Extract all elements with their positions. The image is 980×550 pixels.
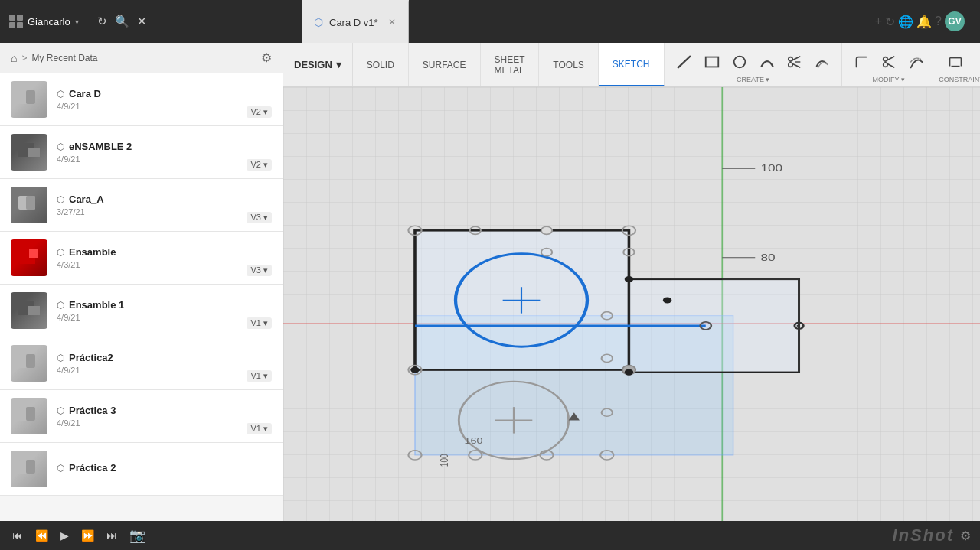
dimension-tool-btn[interactable] [942,47,969,77]
sidebar-item[interactable]: ⬡ Ensamble 4/3/21 V3 ▾ [0,232,283,285]
sidebar-item-version[interactable]: V3 ▾ [247,265,272,276]
line-tool-btn[interactable] [671,47,697,77]
sidebar-item[interactable]: ⬡ Práctica2 4/9/21 V1 ▾ [0,337,283,390]
bottom-settings-icon[interactable]: ⚙ [960,529,971,543]
constraints-group: CONSTRAINTS ▾ [936,43,981,86]
sketch-drawing: 100 80 [283,87,980,521]
svg-text:80: 80 [760,252,775,262]
tab-solid[interactable]: SOLID [353,43,409,86]
globe-icon[interactable]: 🌐 [898,15,913,29]
svg-text:100: 100 [438,454,450,467]
sidebar-item[interactable]: ⬡ eNSAMBLE 2 4/9/21 V2 ▾ [0,126,283,179]
toolbar: DESIGN ▾ SOLID SURFACE SHEET METAL TOOLS… [283,43,980,87]
sidebar-item[interactable]: ⬡ Cara_A 3/27/21 V3 ▾ [0,179,283,232]
sidebar-item-info: ⬡ Cara D 4/9/21 [57,88,272,111]
chevron-down-icon: ▾ [75,18,79,26]
svg-line-21 [792,63,800,67]
extend-tool-btn[interactable] [903,47,929,77]
sidebar-item-version[interactable]: V2 ▾ [247,106,272,118]
step-forward-btn[interactable]: ⏩ [78,528,97,543]
svg-point-18 [788,57,792,61]
tab-surface[interactable]: SURFACE [409,43,481,86]
constraints-label: CONSTRAINTS ▾ [936,76,981,83]
add-tab-icon[interactable]: + [875,15,882,28]
design-label: DESIGN [294,59,332,70]
help-icon[interactable]: ? [935,15,942,28]
sidebar-item-date: 4/9/21 [57,418,272,428]
step-back-btn[interactable]: ⏪ [32,528,51,543]
sidebar-item-version[interactable]: V2 ▾ [247,159,272,171]
home-icon[interactable]: ⌂ [11,52,17,64]
offset-tool-btn[interactable] [809,47,835,77]
circle-tool-btn[interactable] [727,47,753,77]
sidebar-item-thumbnail [11,398,47,434]
sidebar-item-info: ⬡ eNSAMBLE 2 4/9/21 [57,141,272,164]
sidebar-item-name: Práctica 3 [69,405,116,416]
tab-sheet-metal[interactable]: SHEET METAL [481,43,540,86]
tab-sketch[interactable]: SKETCH [599,43,665,86]
user-menu[interactable]: Giancarlo ▾ [9,15,79,28]
sidebar: ⌂ > My Recent Data ⚙ ⬡ Cara D 4/9/21 V2 … [0,43,283,521]
document-tab[interactable]: ⬡ Cara D v1* ✕ [302,0,409,43]
svg-rect-16 [705,57,718,67]
svg-text:160: 160 [464,437,482,445]
skip-back-btn[interactable]: ⏮ [9,528,26,543]
svg-rect-15 [26,460,35,474]
play-btn[interactable]: ▶ [57,528,72,543]
notification-icon[interactable]: 🔔 [916,15,932,29]
bottom-bar: ⏮ ⏪ ▶ ⏩ ⏭ 📷 InShot ⚙ [0,521,980,550]
design-dropdown[interactable]: DESIGN ▾ [283,43,353,86]
sidebar-item-info: ⬡ Práctica 2 [57,462,272,476]
sidebar-item-thumbnail [11,292,47,329]
top-bar-left: Giancarlo ▾ ↻ 🔍 ✕ [9,15,292,28]
sidebar-item-name: Ensamble [69,246,116,258]
sidebar-item-info: ⬡ Cara_A 3/27/21 [57,194,272,216]
close-icon[interactable]: ✕ [137,15,147,28]
canvas-area[interactable]: 100 80 [283,87,980,521]
svg-line-25 [887,56,894,60]
app-grid-icon [9,15,23,28]
sidebar-item-thumbnail [11,81,47,118]
camera-btn[interactable]: 📷 [129,527,146,544]
sidebar-item-thumbnail [11,134,47,171]
trim-tool-btn[interactable] [782,47,808,77]
component-icon: ⬡ [57,300,64,311]
sidebar-item-thumbnail [11,345,47,382]
top-bar: Giancarlo ▾ ↻ 🔍 ✕ ⬡ Cara D v1* ✕ + ↻ 🌐 🔔… [0,0,980,43]
sidebar-item-version[interactable]: V1 ▾ [247,423,272,434]
skip-forward-btn[interactable]: ⏭ [103,528,120,543]
svg-point-23 [883,57,887,61]
tab-tools[interactable]: TOOLS [539,43,598,86]
svg-rect-5 [26,196,35,210]
svg-point-78 [625,276,633,282]
sidebar-item-info: ⬡ Ensamble 4/3/21 [57,246,272,269]
user-avatar[interactable]: GV [945,11,965,31]
refresh-icon[interactable]: ↻ [97,15,107,28]
tab-close-button[interactable]: ✕ [388,17,396,28]
sidebar-item-version[interactable]: V1 ▾ [247,317,272,329]
sidebar-item-info: ⬡ Práctica2 4/9/21 [57,352,272,375]
settings-gear-icon[interactable]: ⚙ [261,50,272,65]
arc-tool-btn[interactable] [754,47,780,77]
sidebar-item[interactable]: ⬡ Cara D 4/9/21 V2 ▾ [0,73,283,126]
username: Giancarlo [28,16,70,28]
sidebar-item-version[interactable]: V1 ▾ [247,370,272,382]
svg-point-81 [410,367,419,373]
component-icon: ⬡ [57,463,64,474]
svg-point-24 [883,62,887,67]
sidebar-item[interactable]: ⬡ Práctica 2 [0,443,283,496]
sidebar-item-version[interactable]: V3 ▾ [247,212,272,223]
sidebar-item[interactable]: ⬡ Ensamble 1 4/9/21 V1 ▾ [0,285,283,337]
search-icon[interactable]: 🔍 [115,15,129,28]
trim2-tool-btn[interactable] [876,47,902,77]
sidebar-item-name: Práctica 2 [69,462,116,474]
sidebar-item[interactable]: ⬡ Práctica 3 4/9/21 V1 ▾ [0,390,283,443]
component-icon: ⬡ [57,405,64,416]
fillet-tool-btn[interactable] [848,47,874,77]
rect-tool-btn[interactable] [699,47,725,77]
refresh-browser-icon[interactable]: ↻ [885,15,895,29]
sidebar-item-name: Práctica2 [69,352,113,363]
svg-rect-13 [26,407,35,421]
sidebar-item-date: 4/3/21 [57,260,272,269]
svg-rect-9 [28,306,40,315]
